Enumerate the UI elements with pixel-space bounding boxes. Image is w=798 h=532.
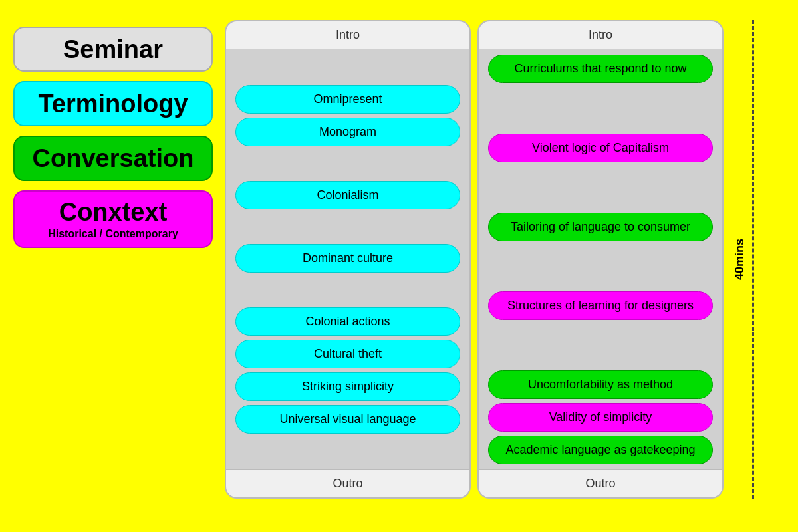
context-label: Conxtext [59,198,168,227]
columns-area: Intro Omnipresent Monogram Colonialism D… [225,20,785,499]
col-left-footer: Outro [226,469,469,497]
list-item: Curriculums that respond to now [488,55,713,83]
list-item: Validity of simplicity [488,403,713,432]
col-right-header: Intro [479,21,722,49]
list-item: Striking simplicity [235,372,460,401]
terminology-label: Terminology [38,90,188,118]
sidebar-item-conversation: Conversation [13,136,213,181]
timer-label: 40mins [733,20,754,499]
sidebar-item-terminology: Terminology [13,81,213,126]
list-item: Omnipresent [235,85,460,114]
col-right-body: Curriculums that respond to now Violent … [479,49,722,469]
timer-indicator: 40mins [730,20,757,499]
list-item: Academic language as gatekeeping [488,436,713,464]
list-item: Colonialism [235,181,460,209]
list-item: Violent logic of Capitalism [488,134,713,162]
list-item: Colonial actions [235,307,460,336]
list-item: Monogram [235,118,460,146]
sidebar-item-seminar: Seminar [13,27,213,72]
list-item: Cultural theft [235,340,460,368]
sidebar-item-context: Conxtext Historical / Contemporary [13,190,213,248]
list-item: Uncomfortability as method [488,370,713,399]
sidebar: Seminar Terminology Conversation Conxtex… [13,20,213,248]
col-left-header: Intro [226,21,469,49]
list-item: Universal visual language [235,405,460,434]
seminar-label: Seminar [63,35,163,64]
col-right-footer: Outro [479,469,722,497]
column-left: Intro Omnipresent Monogram Colonialism D… [225,20,471,499]
context-sub-label: Historical / Contemporary [48,228,178,240]
list-item: Dominant culture [235,244,460,273]
conversation-label: Conversation [33,144,194,173]
column-right: Intro Curriculums that respond to now Vi… [477,20,724,499]
list-item: Structures of learning for designers [488,291,713,320]
col-left-body: Omnipresent Monogram Colonialism Dominan… [226,49,469,469]
list-item: Tailoring of language to consumer [488,213,713,241]
main-container: Seminar Terminology Conversation Conxtex… [0,0,798,532]
